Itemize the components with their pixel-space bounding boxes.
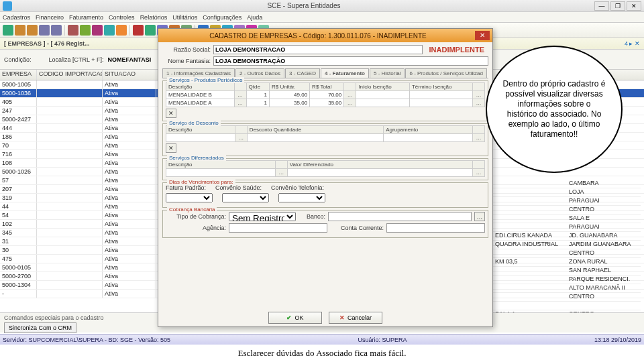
menu-utilitários[interactable]: Utilitários [172,14,197,21]
menu-financeiro[interactable]: Financeiro [36,14,64,21]
table-row[interactable]: CENTRO [493,249,641,258]
nome-fantasia-input[interactable] [213,56,488,66]
table-row[interactable]: SAN RAPHAEL [493,267,641,276]
status-inadimplente-badge: INADIMPLENTE [425,46,489,54]
toolbar-icon-11[interactable] [145,25,156,36]
toolbar-icon-10[interactable] [133,25,144,36]
grid-header-cell[interactable]: SITUACAO [103,70,156,80]
tipo-cobranca-label: Tipo de Cobrança: [166,213,226,220]
table-row[interactable]: MENSALIDADE B…149,0070,00…… [166,91,485,99]
table-row[interactable]: …… [166,134,485,142]
app-icon [3,1,12,11]
toolbar-icon-0[interactable] [3,25,13,36]
status-server: Servidor: SUPCOMERCIAL\SUPERA - BD: SGE … [3,337,170,343]
menu-configurações[interactable]: Configurações [203,14,241,21]
razao-social-input[interactable] [213,45,423,54]
status-time: 13:18 29/10/2019 [594,337,641,343]
dialog-footer: ✔OK ✕Cancelar [158,312,492,324]
fatura-padrao-select[interactable] [166,193,213,202]
table-row[interactable]: CENTRO [493,293,641,302]
conta-corrente-input[interactable] [386,223,485,233]
table-row[interactable]: CAMBARA [493,180,641,188]
tab-controls[interactable]: 4 ▸ ✕ [625,40,640,47]
table-row[interactable]: KM 03,5ZONA RURAL [493,258,641,267]
tab-empresas[interactable]: [ EMPRESAS ] - [ 476 Regist... [4,40,90,47]
annotation-callout: Dentro do próprio cadastro é possível vi… [486,46,623,173]
dialog-title: CADASTRO DE EMPRESAS - Código: 1.300.011… [161,32,475,40]
toolbar-icon-7[interactable] [92,25,103,36]
tab-4[interactable]: 5 - Historial [370,68,405,78]
convenio-saude-select[interactable] [222,193,269,202]
tab-5[interactable]: 6 - Produtos / Serviços Utilizad [405,68,486,78]
window-titlebar: SCE - Supera Entidades — ❐ ✕ [0,0,644,12]
toolbar-icon-8[interactable] [104,25,115,36]
dialog-titlebar: CADASTRO DE EMPRESAS - Código: 1.300.011… [158,29,492,42]
grid-header-cell[interactable]: EMPRESA [0,70,37,80]
remove-row-button[interactable]: ✕ [166,109,176,118]
table-row[interactable]: …… [166,169,485,177]
ok-button[interactable]: ✔OK [268,312,322,324]
table-row[interactable]: SALA E [493,215,641,223]
table-row[interactable]: QUADRA INDUSTRIALJARDIM GUANABARA [493,241,641,249]
slide-caption: Esclarecer dúvidas do Associado fica mai… [0,345,644,362]
razao-social-label: Razão Social: [162,46,211,53]
convenio-telefonia-select[interactable] [278,193,325,202]
banco-input[interactable] [328,212,472,221]
tab-0[interactable]: 1 - Informações Cadastrais [162,68,235,78]
table-row[interactable]: PARAGUAI [493,197,641,206]
statusbar: Servidor: SUPCOMERCIAL\SUPERA - BD: SGE … [0,334,644,345]
sincroniza-crm-button[interactable]: Sincroniza Com o CRM [4,322,76,333]
servicos-diferenciados-group: Serviços Diferenciados DescriçãoValor Di… [162,158,488,180]
menu-ajuda[interactable]: Ajuda [247,14,262,21]
table-row[interactable]: PARAGUAI [493,223,641,232]
status-user: Usuário: SUPERA [358,337,407,343]
fatura-padrao-label: Fatura Padrão: [166,184,206,191]
maximize-button[interactable]: ❐ [610,1,625,11]
servico-desconto-legend: Serviço de Desconto [167,120,221,126]
servicos-diferenciados-legend: Serviços Diferenciados [167,155,226,161]
table-row[interactable]: MENSALIDADE A…135,0035,00…… [166,99,485,107]
toolbar-icon-4[interactable] [51,25,62,36]
toolbar-icon-3[interactable] [39,25,50,36]
cancel-button[interactable]: ✕Cancelar [329,312,382,324]
x-icon: ✕ [339,314,345,321]
window-title: SCE - Supera Entidades [15,2,593,9]
table-row[interactable]: ALTO MARACANÃ II [493,284,641,293]
check-icon: ✔ [286,314,292,321]
convenio-telefonia-label: Convênio Telefonia: [271,184,324,191]
conta-corrente-label: Conta Corrente: [330,225,384,231]
tab-3[interactable]: 4 - Faturamento [321,68,369,78]
cobranca-bancaria-legend: Cobrança Bancária [167,206,217,213]
toolbar-icon-5[interactable] [68,25,78,36]
table-row[interactable] [493,302,641,310]
servico-desconto-grid[interactable]: DescriçãoDesconto QuantidadeAgrupamento…… [166,125,485,142]
toolbar-icon-1[interactable] [15,25,25,36]
menu-faturamento[interactable]: Faturamento [69,14,103,21]
table-row[interactable]: EDI.CIRUS KANADAJD. GUANABARA [493,232,641,241]
agencia-input[interactable] [229,223,327,233]
menu-relatórios[interactable]: Relatórios [140,14,168,21]
dias-vencimento-legend: Dias de Vencimentos para: [167,179,235,185]
table-row[interactable]: PARQUE RESIDENCI. [493,276,641,284]
agencia-label: Agência: [166,225,226,231]
toolbar-icon-9[interactable] [116,25,127,36]
table-row[interactable]: CENTRO [493,206,641,215]
toolbar-icon-6[interactable] [80,25,91,36]
servicos-periodicos-grid[interactable]: DescriçãoQtdeR$ Unitár.R$ TotalInício Is… [166,82,485,107]
banco-lookup-button[interactable]: … [474,212,485,221]
tab-2[interactable]: 3 - CAGED [285,68,320,78]
remove-desc-button[interactable]: ✕ [166,143,176,153]
grid-header-cell[interactable]: CODIGO IMPORTACAO [37,70,103,80]
minimize-button[interactable]: — [594,1,609,11]
annotation-text: Dentro do próprio cadastro é possível vi… [502,79,606,139]
servicos-diferenciados-grid[interactable]: DescriçãoValor Diferenciado…… [166,160,485,177]
menu-cadastros[interactable]: Cadastros [3,14,30,21]
toolbar-icon-2[interactable] [27,25,38,36]
table-row[interactable]: LOJA [493,188,641,197]
close-button[interactable]: ✕ [627,1,641,11]
tipo-cobranca-select[interactable]: Sem Registro [229,212,296,221]
cobranca-bancaria-group: Cobrança Bancária Tipo de Cobrança: Sem … [162,210,488,238]
dialog-close-button[interactable]: ✕ [475,31,490,40]
menu-controles[interactable]: Controles [109,14,135,21]
tab-1[interactable]: 2 - Outros Dados [235,68,284,78]
